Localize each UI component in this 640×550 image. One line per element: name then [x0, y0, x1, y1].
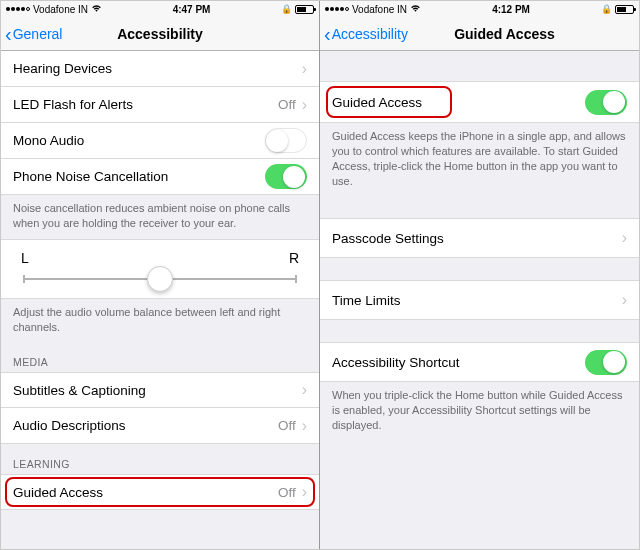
- row-mono-audio[interactable]: Mono Audio: [1, 123, 319, 159]
- row-guided-access[interactable]: Guided Access Off›: [1, 474, 319, 510]
- chevron-left-icon: ‹: [5, 24, 12, 44]
- noise-cancellation-footer: Noise cancellation reduces ambient noise…: [1, 195, 319, 239]
- row-value: Off: [278, 485, 296, 500]
- row-label: Phone Noise Cancellation: [13, 169, 168, 184]
- back-button[interactable]: ‹ General: [1, 24, 62, 44]
- row-accessibility-shortcut[interactable]: Accessibility Shortcut: [320, 342, 639, 382]
- row-label: Passcode Settings: [332, 231, 444, 246]
- chevron-right-icon: ›: [302, 417, 307, 435]
- status-bar: Vodafone IN 4:47 PM 🔒: [1, 1, 319, 17]
- back-label: Accessibility: [332, 26, 408, 42]
- carrier-label: Vodafone IN: [33, 4, 88, 15]
- back-button[interactable]: ‹ Accessibility: [320, 24, 408, 44]
- row-label: Mono Audio: [13, 133, 84, 148]
- slider-thumb[interactable]: [147, 266, 173, 292]
- chevron-right-icon: ›: [622, 229, 627, 247]
- row-guided-access-toggle[interactable]: Guided Access: [320, 81, 639, 123]
- status-time: 4:47 PM: [173, 4, 211, 15]
- accessibility-shortcut-toggle[interactable]: [585, 350, 627, 375]
- row-noise-cancellation[interactable]: Phone Noise Cancellation: [1, 159, 319, 195]
- row-label: Guided Access: [13, 485, 103, 500]
- noise-cancellation-toggle[interactable]: [265, 164, 307, 189]
- chevron-right-icon: ›: [302, 381, 307, 399]
- settings-list: Hearing Devices › LED Flash for Alerts O…: [1, 51, 319, 549]
- chevron-right-icon: ›: [302, 60, 307, 78]
- wifi-icon: [91, 4, 102, 15]
- row-hearing-devices[interactable]: Hearing Devices ›: [1, 51, 319, 87]
- row-label: Accessibility Shortcut: [332, 355, 460, 370]
- chevron-right-icon: ›: [302, 96, 307, 114]
- screen-guided-access: Vodafone IN 4:12 PM 🔒 ‹ Accessibility Gu…: [320, 1, 639, 549]
- chevron-left-icon: ‹: [324, 24, 331, 44]
- row-label: Hearing Devices: [13, 61, 112, 76]
- balance-left-label: L: [21, 250, 29, 266]
- mono-audio-toggle[interactable]: [265, 128, 307, 153]
- row-subtitles[interactable]: Subtitles & Captioning ›: [1, 372, 319, 408]
- battery-icon: [295, 5, 314, 14]
- row-value: Off: [278, 97, 296, 112]
- settings-list: Guided Access Guided Access keeps the iP…: [320, 51, 639, 549]
- balance-slider-block: L R: [1, 239, 319, 299]
- row-label: Subtitles & Captioning: [13, 383, 146, 398]
- media-header: MEDIA: [1, 342, 319, 372]
- wifi-icon: [410, 4, 421, 15]
- row-label: Guided Access: [332, 95, 422, 110]
- chevron-right-icon: ›: [302, 483, 307, 501]
- row-time-limits[interactable]: Time Limits ›: [320, 280, 639, 320]
- signal-dots-icon: [325, 7, 349, 11]
- row-label: LED Flash for Alerts: [13, 97, 133, 112]
- screen-accessibility: Vodafone IN 4:47 PM 🔒 ‹ General Accessib…: [1, 1, 320, 549]
- guided-access-toggle[interactable]: [585, 90, 627, 115]
- orientation-lock-icon: 🔒: [601, 4, 612, 14]
- battery-icon: [615, 5, 634, 14]
- learning-header: LEARNING: [1, 444, 319, 474]
- status-bar: Vodafone IN 4:12 PM 🔒: [320, 1, 639, 17]
- balance-slider[interactable]: [23, 278, 297, 280]
- balance-footer: Adjust the audio volume balance between …: [1, 299, 319, 343]
- status-time: 4:12 PM: [492, 4, 530, 15]
- signal-dots-icon: [6, 7, 30, 11]
- guided-access-footer: Guided Access keeps the iPhone in a sing…: [320, 123, 639, 196]
- row-label: Audio Descriptions: [13, 418, 126, 433]
- row-passcode-settings[interactable]: Passcode Settings ›: [320, 218, 639, 258]
- row-label: Time Limits: [332, 293, 401, 308]
- row-led-flash[interactable]: LED Flash for Alerts Off›: [1, 87, 319, 123]
- row-audio-descriptions[interactable]: Audio Descriptions Off›: [1, 408, 319, 444]
- orientation-lock-icon: 🔒: [281, 4, 292, 14]
- carrier-label: Vodafone IN: [352, 4, 407, 15]
- balance-right-label: R: [289, 250, 299, 266]
- row-value: Off: [278, 418, 296, 433]
- nav-bar: ‹ General Accessibility: [1, 17, 319, 51]
- back-label: General: [13, 26, 63, 42]
- chevron-right-icon: ›: [622, 291, 627, 309]
- nav-bar: ‹ Accessibility Guided Access: [320, 17, 639, 51]
- shortcut-footer: When you triple-click the Home button wh…: [320, 382, 639, 441]
